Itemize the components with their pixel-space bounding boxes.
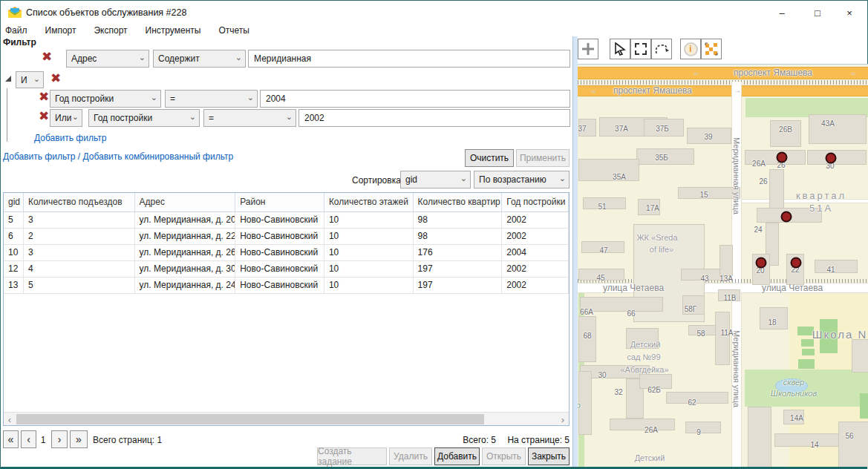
create-task-button: Создать задание: [317, 447, 387, 465]
map-object-marker[interactable]: [777, 152, 788, 163]
clear-button[interactable]: Очистить: [465, 149, 514, 167]
column-header[interactable]: gid: [4, 193, 24, 211]
total-pages-label: Всего страниц: 1: [93, 435, 162, 445]
map-building-number: 62Б: [647, 386, 661, 394]
add-combined-filter-link[interactable]: Добавить комбинированный фильтр: [82, 151, 233, 162]
close-button[interactable]: ×: [835, 2, 864, 23]
map-building: [666, 392, 728, 404]
map-building-number: 32: [614, 388, 622, 396]
filter1-value-input[interactable]: Меридианная: [248, 50, 570, 68]
scroll-left-icon[interactable]: ‹: [4, 413, 16, 425]
map-street-label: улица Четаева: [603, 283, 664, 293]
group-expander-icon[interactable]: [5, 76, 12, 82]
column-header[interactable]: Район: [235, 193, 324, 211]
next-page-button[interactable]: ›: [51, 430, 68, 448]
map-info-button[interactable]: i: [680, 39, 701, 59]
chevron-down-icon: ⌄: [247, 93, 254, 102]
scroll-right-icon[interactable]: ›: [557, 413, 569, 425]
filter1-op-select[interactable]: Содержит⌄: [153, 50, 246, 68]
map-building-number: 14А: [790, 414, 803, 422]
filter2-op-select[interactable]: =⌄: [165, 90, 258, 108]
map-object-marker[interactable]: [781, 211, 792, 223]
table-row[interactable]: 103ул. Меридианная, д. 26Ново-Савиновски…: [4, 245, 569, 261]
map-object-marker[interactable]: [756, 258, 767, 269]
prev-page-button[interactable]: ‹: [21, 430, 36, 448]
sort-direction-select[interactable]: По возрастанию⌄: [474, 171, 570, 188]
remove-filter3-icon[interactable]: ✖: [36, 109, 51, 125]
objects-table: gidКоличество подъездовАдресРайонКоличес…: [3, 192, 570, 426]
map-street-label: Меридианная улица: [732, 137, 741, 214]
map-tram-line: [578, 80, 868, 85]
column-header[interactable]: Адрес: [135, 193, 236, 211]
table-cell: 6: [4, 229, 24, 244]
menu-item-4[interactable]: Отчеты: [218, 24, 256, 37]
table-cell: 5: [4, 212, 24, 228]
menu-item-2[interactable]: Экспорт: [94, 24, 134, 37]
map-building-number: 26А: [645, 426, 658, 434]
add-filter-link[interactable]: Добавить фильтр: [3, 151, 75, 162]
map-building-number: 47: [599, 246, 607, 255]
map-lasso-select-button[interactable]: [651, 39, 672, 59]
map-building: [770, 120, 801, 147]
table-cell: 2002: [502, 229, 569, 244]
filter3-field-select[interactable]: Год постройки⌄: [88, 109, 200, 127]
first-page-button[interactable]: «: [3, 430, 19, 448]
table-row[interactable]: 62ул. Меридианная, д. 22Ново-Савиновский…: [4, 229, 569, 245]
scrollbar-thumb[interactable]: [16, 414, 484, 424]
table-row[interactable]: 124ул. Меридианная, д. 30Ново-Савиновски…: [4, 261, 569, 278]
remove-filter2-icon[interactable]: ✖: [36, 90, 51, 106]
menu-item-1[interactable]: Импорт: [45, 24, 84, 37]
map-rect-select-button[interactable]: [630, 39, 651, 59]
table-cell: ул. Меридианная, д. 24: [135, 278, 236, 293]
add-filter-inner-link[interactable]: Добавить фильтр: [34, 133, 106, 143]
menu-item-3[interactable]: Инструменты: [146, 24, 209, 37]
map-area-label: эр: [578, 401, 581, 410]
map-area-label: сад №99: [627, 352, 660, 361]
table-row[interactable]: 53ул. Меридианная, д. 20Ново-Савиновский…: [4, 212, 569, 229]
map-building-number: 45: [596, 274, 604, 282]
add-button[interactable]: Добавить: [434, 447, 480, 465]
chevron-down-icon: ⌄: [139, 53, 146, 62]
map-select-button[interactable]: [610, 39, 630, 59]
filter1-field-select[interactable]: Адрес⌄: [66, 50, 149, 68]
window-title: Список объектов обслуживания #228: [26, 7, 186, 18]
group-logic-select[interactable]: И⌄: [16, 71, 44, 88]
map-building: [719, 245, 733, 276]
filter3-logic-select[interactable]: Или⌄: [50, 109, 82, 127]
table-row[interactable]: 135ул. Меридианная, д. 24Ново-Савиновски…: [4, 278, 569, 294]
panel-splitter[interactable]: [572, 36, 578, 469]
table-cell: Ново-Савиновский: [235, 278, 324, 293]
map-crosshair-button[interactable]: [578, 39, 598, 59]
map-fit-objects-button[interactable]: [701, 39, 722, 59]
map-building: [807, 150, 867, 165]
column-header[interactable]: Количество этажей: [324, 193, 414, 211]
filter3-op-select[interactable]: =⌄: [203, 109, 296, 127]
filter3-value-input[interactable]: 2002: [298, 109, 570, 127]
table-cell: ул. Меридианная, д. 26: [135, 245, 236, 260]
map-object-marker[interactable]: [791, 258, 802, 269]
map-area-label: Школьников: [771, 389, 817, 398]
filter2-field-select[interactable]: Год постройки⌄: [50, 90, 161, 108]
last-page-button[interactable]: »: [70, 430, 88, 448]
remove-group-icon[interactable]: ✖: [48, 71, 63, 88]
menu-item-0[interactable]: Файл: [5, 24, 35, 37]
sort-label: Сортировка: [352, 175, 401, 186]
map-object-marker[interactable]: [826, 153, 837, 164]
maximize-button[interactable]: □: [803, 2, 832, 23]
map-viewport[interactable]: проспект Ямашевапроспект Ямашеваулица Че…: [578, 64, 868, 469]
sort-field-select[interactable]: gid⌄: [400, 171, 471, 188]
table-cell: 10: [324, 261, 414, 277]
column-header[interactable]: Количество квартир: [414, 193, 503, 211]
minimize-button[interactable]: –: [767, 2, 797, 23]
map-sports-field: [797, 327, 814, 335]
filter2-value-input[interactable]: 2004: [260, 90, 570, 108]
remove-filter1-icon[interactable]: ✖: [39, 50, 54, 66]
chevron-down-icon: ⌄: [189, 112, 196, 122]
column-header[interactable]: Количество подъездов: [24, 193, 135, 211]
close-list-button[interactable]: Закрыть: [528, 447, 570, 465]
horizontal-scrollbar[interactable]: ‹ ›: [4, 412, 569, 425]
rect-select-icon: [635, 43, 647, 55]
column-header[interactable]: Год постройки: [502, 193, 569, 211]
map-building: [769, 169, 784, 212]
map-area-label: of life»: [650, 245, 673, 254]
